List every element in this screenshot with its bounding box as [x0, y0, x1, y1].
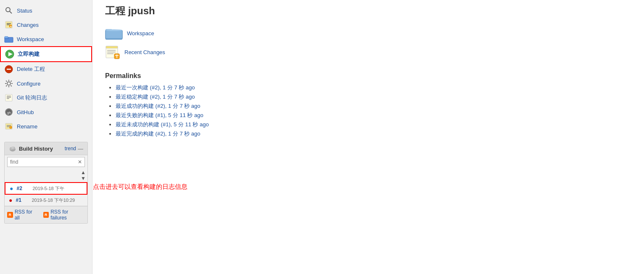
list-item: 最近失败的构建 (#1), 5 分 11 秒 ago [116, 112, 631, 119]
svg-point-37 [11, 146, 14, 149]
trend-link[interactable]: trend [65, 146, 76, 151]
svg-line-22 [6, 86, 7, 86]
sidebar-item-configure[interactable]: Configure [0, 76, 92, 91]
workspace-link[interactable]: Workspace [127, 30, 154, 37]
build-1-number: #1 [16, 197, 28, 203]
svg-rect-33 [10, 126, 12, 128]
scroll-up-button[interactable]: ▲ [81, 170, 86, 175]
scroll-down-button[interactable]: ▼ [81, 175, 86, 181]
rss-failures-link[interactable]: R RSS for failures [43, 209, 85, 221]
svg-line-20 [11, 86, 12, 86]
recent-changes-link-item: Recent Changes [105, 44, 631, 60]
sidebar-changes-label: Changes [17, 22, 39, 28]
build-footer: R RSS for all R RSS for failures [5, 206, 87, 223]
svg-line-21 [11, 81, 12, 81]
sidebar-item-workspace[interactable]: Workspace [0, 32, 92, 46]
rss-failures-label: RSS for failures [50, 209, 85, 221]
build-2-status-icon: ● [10, 185, 13, 192]
sidebar-build-now-label: 立即构建 [18, 50, 40, 58]
rss-all-link[interactable]: R RSS for all [7, 209, 38, 221]
list-item: 最近成功的构建 (#2), 1 分 7 秒 ago [116, 102, 631, 110]
permalinks-list: 最近一次构建 (#2), 1 分 7 秒 ago 最近稳定构建 (#2), 1 … [105, 84, 631, 138]
build-2-date: 2019-5-18 下午 [32, 185, 64, 192]
workspace-link-item: Workspace [105, 26, 631, 40]
build-now-icon [5, 50, 14, 59]
build-search-input[interactable] [10, 159, 78, 165]
main-content: 工程 jpush Workspace [92, 0, 644, 274]
configure-icon [4, 79, 13, 88]
list-item: 最近一次构建 (#2), 1 分 7 秒 ago [116, 84, 631, 91]
build-item-2[interactable]: ● #2 2019-5-18 下午 [5, 182, 87, 195]
sidebar-item-changes[interactable]: ✏ Changes [0, 18, 92, 32]
svg-point-0 [6, 8, 10, 12]
svg-rect-40 [106, 30, 122, 39]
build-history-label: Build History [19, 146, 53, 152]
scroll-controls: ▲ ▼ [5, 169, 87, 182]
svg-rect-43 [106, 46, 118, 48]
list-item: 最近完成的构建 (#2), 1 分 7 秒 ago [116, 130, 631, 138]
build-scroll-buttons: ▲ ▼ [81, 170, 86, 181]
svg-line-1 [10, 11, 12, 13]
svg-rect-23 [5, 94, 12, 101]
build-item-1[interactable]: ● #1 2019-5-18 下午10:29 [5, 195, 87, 206]
svg-rect-9 [5, 37, 8, 38]
sidebar-git-log-label: Git 轮询日志 [17, 94, 47, 102]
permalink-2[interactable]: 最近成功的构建 (#2), 1 分 7 秒 ago [116, 103, 201, 109]
page-title: 工程 jpush [105, 4, 631, 18]
permalink-4[interactable]: 最近未成功的构建 (#1), 5 分 11 秒 ago [116, 121, 209, 128]
list-item: 最近稳定构建 (#2), 1 分 7 秒 ago [116, 93, 631, 101]
sidebar-item-git-log[interactable]: Git 轮询日志 [0, 91, 92, 105]
rss-all-label: RSS for all [15, 209, 38, 221]
build-search-container: ✕ [7, 157, 85, 167]
sidebar-workspace-label: Workspace [17, 36, 44, 42]
permalink-3[interactable]: 最近失败的构建 (#1), 5 分 11 秒 ago [116, 112, 203, 118]
git-log-icon [4, 93, 13, 102]
permalink-5[interactable]: 最近完成的构建 (#2), 1 分 7 秒 ago [116, 130, 201, 137]
sidebar-item-rename[interactable]: Rename [0, 119, 92, 133]
build-history-panel: Build History trend — ✕ ▲ ▼ [4, 142, 88, 224]
build-2-number: #2 [16, 185, 29, 191]
build-2-container: ● #2 2019-5-18 下午 点击进去可以查看构建的日志信息 [5, 182, 87, 195]
permalinks-title: Permalinks [105, 72, 631, 80]
sidebar-rename-label: Rename [17, 123, 37, 130]
rss-failures-icon: R [43, 212, 49, 218]
rss-all-icon: R [7, 212, 13, 218]
trend-dash: — [78, 146, 83, 152]
svg-text:gh: gh [7, 111, 11, 115]
sidebar-status-label: Status [17, 8, 32, 14]
github-icon: gh [4, 107, 13, 117]
sidebar-github-label: GitHub [17, 109, 34, 115]
sidebar-item-delete[interactable]: Delete 工程 [0, 62, 92, 76]
list-item: 最近未成功的构建 (#1), 5 分 11 秒 ago [116, 121, 631, 128]
build-1-status-icon: ● [9, 197, 12, 204]
build-annotation: 点击进去可以查看构建的日志信息 [93, 183, 187, 191]
cloud-icon [9, 145, 16, 152]
sidebar-item-build-now[interactable]: 立即构建 [0, 46, 92, 62]
sidebar-configure-label: Configure [17, 81, 40, 87]
sidebar-item-github[interactable]: gh GitHub [0, 105, 92, 119]
svg-line-19 [6, 81, 7, 81]
rename-icon [4, 122, 13, 131]
permalink-0[interactable]: 最近一次构建 (#2), 1 分 7 秒 ago [116, 84, 195, 91]
build-1-date: 2019-5-18 下午10:29 [32, 197, 75, 204]
svg-point-14 [7, 82, 11, 85]
sidebar-item-status[interactable]: Status [0, 3, 92, 18]
content-links: Workspace Recent Changes [105, 26, 631, 60]
svg-point-41 [106, 29, 122, 31]
build-trend-controls: trend — [65, 146, 83, 152]
build-history-title: Build History [9, 145, 53, 152]
build-history-header: Build History trend — [5, 142, 87, 155]
folder-large-icon [105, 26, 123, 40]
permalinks-section: Permalinks 最近一次构建 (#2), 1 分 7 秒 ago 最近稳定… [105, 72, 631, 138]
delete-icon [4, 65, 13, 74]
workspace-icon [4, 34, 13, 44]
sidebar: Status ✏ Changes [0, 0, 92, 274]
permalink-1[interactable]: 最近稳定构建 (#2), 1 分 7 秒 ago [116, 94, 195, 100]
notepad-large-icon [105, 44, 120, 60]
recent-changes-link[interactable]: Recent Changes [124, 49, 165, 55]
changes-icon: ✏ [4, 20, 13, 29]
search-icon [4, 6, 13, 15]
sidebar-delete-label: Delete 工程 [17, 65, 45, 73]
search-clear-button[interactable]: ✕ [78, 159, 82, 165]
